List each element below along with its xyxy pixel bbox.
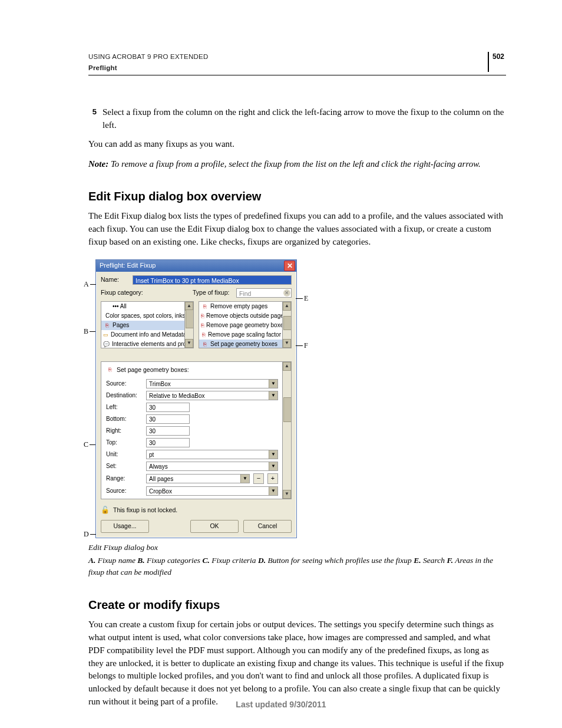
list-item[interactable]: ⎘Remove page scaling factor [199, 330, 283, 340]
paragraph: You can create a custom fixup for certai… [88, 618, 506, 708]
clear-search-icon[interactable]: ✕ [283, 289, 290, 297]
left-field[interactable]: 30 [146, 403, 190, 412]
chevron-down-icon[interactable]: ▼ [269, 391, 277, 400]
figure-caption: Edit Fixup dialog box [88, 542, 506, 554]
note-label: Note: [88, 159, 108, 169]
scroll-down-icon[interactable]: ▼ [185, 339, 193, 348]
callout-c: C [82, 440, 95, 450]
bottom-field[interactable]: 30 [146, 414, 190, 424]
destination-combo[interactable]: Relative to MediaBox▼ [146, 391, 278, 400]
list-item[interactable]: ⎘Set page geometry boxes [199, 340, 283, 348]
list-item[interactable]: ⎘Remove page geometry boxes [199, 321, 283, 330]
list-item[interactable]: ••• All [101, 302, 185, 311]
running-head: USING ACROBAT 9 PRO EXTENDED Preflight [88, 52, 506, 73]
pdf-icon: ⎘ [201, 331, 206, 338]
note-text: To remove a fixup from a profile, select… [108, 159, 481, 169]
pdf-icon: ⎘ [201, 303, 208, 310]
ok-button[interactable]: OK [190, 520, 239, 533]
page-number: 502 [488, 52, 504, 72]
right-label: Right: [106, 427, 143, 436]
left-label: Left: [106, 403, 143, 412]
search-placeholder: Find [239, 290, 251, 297]
name-field[interactable]: Inset TrimBox to 30 pt from MediaBox [133, 275, 292, 285]
top-field[interactable]: 30 [146, 438, 190, 447]
scroll-thumb[interactable] [186, 309, 194, 328]
figure-edit-fixup-dialog: A B C D E F Preflight: Edit Fixup ✕ Name… [88, 259, 506, 538]
source-label: Source: [106, 380, 143, 388]
chevron-down-icon[interactable]: ▼ [269, 450, 277, 459]
list-item[interactable]: ⎘Remove objects outside page a [199, 311, 283, 321]
category-list[interactable]: ••• All Color spaces, spot colors, inks … [101, 301, 194, 348]
list-item[interactable]: ▭Document info and Metadata [101, 330, 185, 340]
chevron-down-icon[interactable]: ▼ [240, 475, 249, 483]
scroll-thumb[interactable] [283, 397, 292, 422]
add-button[interactable]: + [267, 473, 278, 484]
scrollbar[interactable]: ▲ ▼ [282, 362, 291, 499]
lock-text: This fixup is not locked. [113, 506, 177, 515]
pdf-icon: ⎘ [201, 341, 208, 348]
list-item[interactable]: ⎘Pages [101, 321, 185, 330]
unit-label: Unit: [106, 450, 143, 459]
scrollbar[interactable]: ▲ ▼ [282, 302, 291, 348]
source2-combo[interactable]: CropBox▼ [146, 486, 278, 496]
lock-status: 🔓 This fixup is not locked. [101, 505, 292, 515]
callout-d: D [82, 529, 96, 540]
set-label: Set: [106, 462, 143, 471]
all-icon [103, 303, 110, 310]
edit-fixup-dialog: Preflight: Edit Fixup ✕ Name: Inset Trim… [95, 259, 297, 538]
scroll-down-icon[interactable]: ▼ [283, 490, 291, 499]
pdf-icon: ⎘ [201, 322, 204, 329]
source-combo[interactable]: TrimBox▼ [146, 379, 278, 388]
figure-legend: A. Fixup name B. Fixup categories C. Fix… [88, 555, 506, 579]
metadata-icon: ▭ [103, 331, 108, 338]
bottom-label: Bottom: [106, 415, 143, 424]
scrollbar[interactable]: ▲ ▼ [184, 302, 193, 348]
running-section: Preflight [88, 63, 506, 73]
list-item[interactable]: 💬Interactive elements and prope [101, 340, 185, 348]
params-header: ⎘ Set page geometry boxes: [106, 365, 278, 374]
scroll-thumb[interactable] [283, 316, 292, 330]
callout-f: F [296, 341, 309, 351]
name-label: Name: [101, 275, 129, 284]
scroll-down-icon[interactable]: ▼ [283, 339, 291, 348]
paragraph: The Edit Fixup dialog box lists the type… [88, 210, 506, 248]
range-combo[interactable]: All pages▼ [146, 474, 250, 483]
type-label: Type of fixup: [193, 288, 233, 297]
remove-button[interactable]: − [253, 473, 264, 484]
category-label: Fixup category: [101, 288, 189, 297]
header-rule [88, 75, 506, 75]
callout-b: B [82, 327, 95, 337]
set-combo[interactable]: Always▼ [146, 462, 278, 471]
chevron-down-icon[interactable]: ▼ [269, 380, 277, 388]
range-label: Range: [106, 475, 143, 483]
unit-combo[interactable]: pt▼ [146, 450, 278, 459]
note: Note: To remove a fixup from a profile, … [88, 158, 506, 171]
paragraph: You can add as many fixups as you want. [88, 138, 506, 151]
source2-label: Source: [106, 487, 143, 496]
interactive-icon: 💬 [103, 341, 110, 348]
step-text: Select a fixup from the column on the ri… [103, 106, 506, 132]
destination-label: Destination: [106, 391, 143, 400]
callout-a: A [82, 279, 96, 290]
step-number: 5 [88, 107, 97, 132]
fixup-type-list[interactable]: ⎘Remove empty pages ⎘Remove objects outs… [199, 301, 292, 348]
list-item[interactable]: Color spaces, spot colors, inks [101, 311, 185, 321]
right-field[interactable]: 30 [146, 426, 190, 436]
chevron-down-icon[interactable]: ▼ [269, 462, 277, 470]
pdf-icon: ⎘ [103, 322, 110, 329]
close-icon[interactable]: ✕ [284, 261, 295, 271]
fixup-parameters-panel: ⎘ Set page geometry boxes: Source:TrimBo… [101, 361, 292, 499]
top-label: Top: [106, 439, 143, 447]
chevron-down-icon[interactable]: ▼ [269, 487, 277, 495]
scroll-up-icon[interactable]: ▲ [283, 362, 291, 371]
usage-button[interactable]: Usage... [101, 520, 149, 533]
unlock-icon: 🔓 [101, 505, 110, 515]
heading-edit-fixup-overview: Edit Fixup dialog box overview [88, 188, 506, 205]
pdf-icon: ⎘ [106, 366, 113, 373]
pdf-icon: ⎘ [201, 312, 204, 319]
cancel-button[interactable]: Cancel [243, 520, 292, 533]
dialog-titlebar[interactable]: Preflight: Edit Fixup ✕ [96, 260, 296, 272]
list-item[interactable]: ⎘Remove empty pages [199, 302, 283, 311]
scroll-up-icon[interactable]: ▲ [283, 302, 291, 311]
search-input[interactable]: Find ✕ [236, 288, 292, 298]
